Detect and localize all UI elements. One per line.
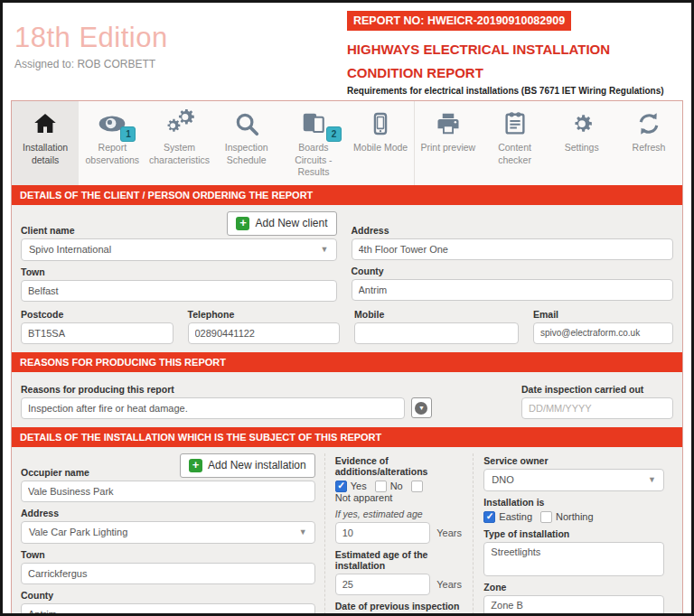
evidence-no-checkbox[interactable]	[375, 481, 387, 492]
add-new-client-button[interactable]: Add New client	[227, 211, 336, 236]
page-header: 18th Edition Assigned to: ROB CORBETT RE…	[11, 11, 683, 96]
section-header-installation: DETAILS OF THE INSTALLATION WHICH IS THE…	[12, 427, 682, 447]
evidence-not-apparent-checkbox[interactable]	[411, 481, 423, 492]
report-subtitle: Requirements for electrical installation…	[347, 86, 683, 96]
reason-dropdown-button[interactable]	[411, 397, 432, 418]
dropdown-arrow-icon	[415, 402, 427, 415]
printer-icon	[435, 110, 462, 137]
tab-inspection-schedule[interactable]: Inspection Schedule	[213, 101, 280, 185]
zone-textarea[interactable]: Zone B	[483, 595, 664, 616]
section-header-reasons: REASONS FOR PRODUCING THIS REPORT	[12, 352, 682, 372]
easting-checkbox[interactable]	[483, 511, 495, 523]
tab-refresh[interactable]: Refresh	[615, 101, 682, 185]
client-name-select[interactable]: Spivo International ▼	[21, 238, 337, 261]
reasons-section: Reasons for producing this report Date i…	[12, 372, 682, 427]
observations-count-badge: 1	[120, 126, 136, 142]
installation-is-label: Installation is	[483, 497, 664, 508]
boards-count-badge: 2	[326, 126, 342, 142]
section-header-client: DETAILS OF THE CLIENT / PERSON ORDERING …	[12, 185, 682, 205]
installation-middle-column: Evidence of additions/alterations Yes No…	[324, 453, 474, 616]
tab-boards-circuits-results[interactable]: 2 Boards Circuits - Results	[280, 101, 347, 185]
northing-checkbox[interactable]	[540, 511, 552, 523]
occupier-input[interactable]	[21, 481, 315, 502]
client-town-label: Town	[21, 266, 337, 277]
report-title: HIGHWAYS ELECTRICAL INSTALLATION CONDITI…	[347, 38, 683, 84]
installation-left-column: Occupier name Add New installation Addre…	[21, 453, 324, 616]
tab-mobile-mode[interactable]: Mobile Mode	[347, 101, 414, 185]
refresh-icon	[635, 110, 662, 137]
prev-inspection-unknown-label: Date of previous inspection	[335, 601, 464, 611]
plus-icon	[236, 217, 249, 230]
client-postcode-input[interactable]	[21, 322, 174, 344]
estimated-age-yes-label: If yes, estimated age	[335, 509, 464, 519]
chevron-down-icon: ▼	[648, 475, 656, 484]
installation-address-label: Address	[21, 508, 315, 518]
plus-icon	[189, 459, 202, 472]
client-county-input[interactable]	[352, 279, 673, 301]
installation-section: Occupier name Add New installation Addre…	[12, 447, 682, 616]
zone-label: Zone	[483, 582, 664, 593]
reason-label: Reasons for producing this report	[21, 384, 432, 395]
client-telephone-input[interactable]	[188, 322, 341, 344]
installation-address-select[interactable]: Vale Car Park Lighting ▼	[21, 521, 315, 544]
boards-icon	[300, 110, 327, 137]
chevron-down-icon: ▼	[299, 527, 307, 537]
client-address-label: Address	[352, 225, 673, 236]
client-county-label: County	[352, 266, 673, 276]
tab-content-checker[interactable]: Content checker	[481, 101, 548, 185]
app-logo: 18th Edition	[14, 22, 347, 54]
installation-county-input[interactable]	[21, 603, 315, 616]
inspection-date-label: Date inspection carried out	[521, 384, 673, 395]
installation-county-label: County	[21, 590, 315, 601]
evidence-label: Evidence of additions/alterations	[335, 455, 464, 477]
estimated-age-yes-input[interactable]	[335, 522, 431, 544]
report-number-banner: REPORT NO: HWEICR-20190910082909	[347, 11, 571, 31]
client-mobile-label: Mobile	[354, 309, 519, 320]
add-new-installation-button[interactable]: Add New installation	[180, 453, 315, 478]
client-email-label: Email	[533, 309, 673, 320]
installation-town-input[interactable]	[21, 563, 315, 584]
gear-icon	[568, 110, 596, 137]
tab-system-characteristics[interactable]: System characteristics	[145, 101, 212, 185]
installation-right-column: Service owner DNO ▼ Installation is East…	[473, 453, 673, 616]
reason-input[interactable]	[21, 397, 405, 419]
type-of-installation-label: Type of installation	[483, 528, 664, 539]
tab-settings[interactable]: Settings	[549, 101, 615, 185]
service-owner-select[interactable]: DNO ▼	[483, 469, 664, 491]
client-town-input[interactable]	[21, 280, 337, 302]
client-mobile-input[interactable]	[354, 322, 519, 344]
evidence-yes-checkbox[interactable]	[335, 481, 347, 492]
assigned-to-text: Assigned to: ROB CORBETT	[14, 58, 347, 70]
mobile-icon	[368, 110, 393, 137]
client-address-input[interactable]	[352, 238, 673, 260]
service-owner-label: Service owner	[483, 455, 664, 466]
inspection-date-input[interactable]	[521, 397, 673, 419]
tab-print-preview[interactable]: Print preview	[414, 101, 481, 185]
client-telephone-label: Telephone	[188, 309, 341, 320]
tab-report-observations[interactable]: 1 Report observations	[79, 101, 145, 185]
toolbar: Installation details 1 Report observatio…	[12, 101, 682, 185]
checklist-icon	[502, 110, 529, 137]
estimated-age-label: Estimated age of the installation	[335, 549, 464, 571]
installation-town-label: Town	[21, 549, 315, 560]
gears-icon	[164, 109, 195, 138]
tab-installation-details[interactable]: Installation details	[12, 101, 79, 185]
client-name-label: Client name	[21, 225, 75, 236]
main-container: Installation details 1 Report observatio…	[11, 100, 683, 616]
search-icon	[233, 110, 260, 137]
estimated-age-input[interactable]	[335, 574, 431, 595]
client-postcode-label: Postcode	[21, 309, 174, 320]
client-section: Client name Add New client Spivo Interna…	[12, 205, 682, 352]
client-email-input[interactable]	[533, 322, 673, 344]
occupier-label: Occupier name	[21, 467, 89, 478]
chevron-down-icon: ▼	[321, 245, 329, 254]
home-icon	[32, 110, 59, 137]
type-of-installation-textarea[interactable]: Streetlights	[483, 542, 664, 576]
